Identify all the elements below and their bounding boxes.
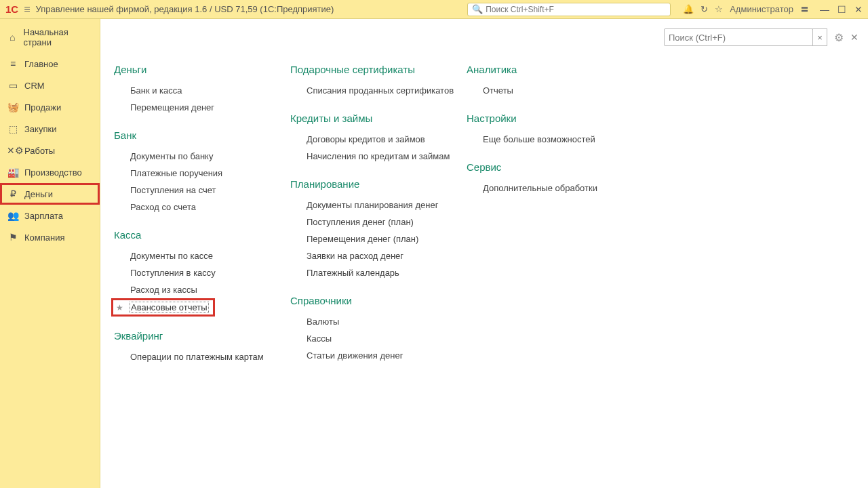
link-pay-calendar[interactable]: Платежный календарь — [290, 264, 460, 281]
maximize-icon[interactable]: ☐ — [837, 4, 846, 15]
link-payment-orders[interactable]: Платежные поручения — [114, 165, 283, 182]
search-icon: 🔍 — [472, 4, 483, 14]
link-incoming[interactable]: Поступления на счет — [114, 182, 283, 199]
link-expense-acct[interactable]: Расход со счета — [114, 199, 283, 216]
link-cashdesks[interactable]: Кассы — [290, 330, 460, 347]
hamburger-icon[interactable]: ≡ — [24, 3, 30, 16]
link-loan-contracts[interactable]: Договоры кредитов и займов — [290, 131, 460, 148]
link-bank-docs[interactable]: Документы по банку — [114, 148, 283, 165]
link-bank-kassa[interactable]: Банк и касса — [114, 82, 283, 99]
group-money-header[interactable]: Деньги — [114, 64, 283, 75]
sidebar-item-works[interactable]: ✕⚙Работы — [0, 140, 100, 161]
group-gift-header[interactable]: Подарочные сертификаты — [290, 64, 460, 75]
group-analytics-header[interactable]: Аналитика — [467, 64, 623, 75]
window-controls: — ☐ ✕ — [820, 4, 863, 15]
sidebar-item-label: Главное — [24, 59, 58, 69]
group-loans-header[interactable]: Кредиты и займы — [290, 113, 460, 124]
link-plan-docs[interactable]: Документы планирования денег — [290, 197, 460, 214]
group-cash-header[interactable]: Касса — [114, 229, 283, 241]
column-3: Аналитика Отчеты Настройки Еще больше во… — [467, 64, 623, 379]
minimize-icon[interactable]: — — [820, 4, 829, 15]
star-icon[interactable]: ☆ — [715, 4, 723, 14]
tools-icon: ✕⚙ — [7, 145, 19, 156]
main-content: × ⚙ ✕ Деньги Банк и касса Перемещения де… — [100, 19, 868, 488]
link-reports[interactable]: Отчеты — [467, 82, 623, 99]
column-1: Деньги Банк и касса Перемещения денег Ба… — [114, 64, 283, 379]
global-search-input[interactable] — [486, 5, 666, 14]
link-plan-transfer[interactable]: Перемещения денег (план) — [290, 230, 460, 247]
people-icon: 👥 — [7, 210, 19, 221]
link-money-transfer[interactable]: Перемещения денег — [114, 99, 283, 116]
box-icon: ⬚ — [7, 123, 19, 134]
factory-icon: 🏭 — [7, 167, 19, 178]
crm-icon: ▭ — [7, 80, 19, 91]
column-2: Подарочные сертификаты Списания проданны… — [290, 64, 460, 379]
gear-icon[interactable]: ⚙ — [834, 31, 844, 44]
sidebar-item-production[interactable]: 🏭Производство — [0, 161, 100, 183]
link-currencies[interactable]: Валюты — [290, 313, 460, 330]
main-top-controls: × ⚙ ✕ — [664, 28, 859, 46]
link-plan-income[interactable]: Поступления денег (план) — [290, 214, 460, 230]
sidebar-item-label: Продажи — [24, 102, 61, 113]
sidebar-item-label: Закупки — [24, 124, 56, 134]
title-controls: 🔔 ↻ ☆ Администратор 〓 — [683, 3, 809, 16]
app-title: Управление нашей фирмой, редакция 1.6 / … — [36, 4, 334, 14]
list-icon: ≡ — [7, 58, 19, 69]
link-cash-docs[interactable]: Документы по кассе — [114, 247, 283, 264]
sidebar: ⌂Начальная страни ≡Главное ▭CRM 🧺Продажи… — [0, 19, 100, 488]
group-planning-header[interactable]: Планирование — [290, 178, 460, 190]
history-icon[interactable]: ↻ — [701, 4, 708, 14]
ruble-icon: ₽ — [7, 188, 19, 199]
sidebar-item-sales[interactable]: 🧺Продажи — [0, 96, 100, 118]
sidebar-item-label: Работы — [24, 146, 55, 156]
group-service-header[interactable]: Сервис — [467, 161, 623, 173]
link-ext-processors[interactable]: Дополнительные обработки — [467, 180, 623, 197]
sidebar-item-label: Деньги — [24, 189, 53, 199]
link-cash-out[interactable]: Расход из кассы — [114, 281, 283, 298]
sidebar-item-crm[interactable]: ▭CRM — [0, 75, 100, 96]
sidebar-item-purchase[interactable]: ⬚Закупки — [0, 118, 100, 140]
group-acquiring-header[interactable]: Эквайринг — [114, 330, 283, 342]
sidebar-item-company[interactable]: ⚑Компания — [0, 226, 100, 248]
user-label[interactable]: Администратор — [730, 4, 793, 14]
search-clear-button[interactable]: × — [812, 28, 827, 46]
link-cashflow-items[interactable]: Статьи движения денег — [290, 347, 460, 364]
flag-icon: ⚑ — [7, 232, 19, 243]
bell-icon[interactable]: 🔔 — [683, 4, 694, 14]
close-icon[interactable]: ✕ — [854, 4, 863, 15]
sidebar-item-money[interactable]: ₽Деньги — [0, 183, 100, 205]
link-gift-writeoff[interactable]: Списания проданных сертификатов — [290, 82, 460, 99]
group-refs-header[interactable]: Справочники — [290, 295, 460, 306]
panel-search-input[interactable] — [669, 33, 808, 43]
link-card-ops[interactable]: Операции по платежным картам — [114, 348, 283, 365]
sidebar-item-salary[interactable]: 👥Зарплата — [0, 205, 100, 226]
link-more-options[interactable]: Еще больше возможностей — [467, 131, 623, 148]
panel-search[interactable] — [664, 28, 813, 46]
link-cash-in[interactable]: Поступления в кассу — [114, 264, 283, 281]
sidebar-item-label: CRM — [24, 81, 45, 91]
titlebar: 1С ≡ Управление нашей фирмой, редакция 1… — [0, 0, 868, 19]
basket-icon: 🧺 — [7, 102, 19, 113]
logo-1c-icon: 1С — [5, 3, 18, 15]
link-advance-reports-label: Авансовые отчеты — [130, 302, 209, 313]
link-advance-reports[interactable]: Авансовые отчеты — [111, 298, 215, 317]
link-loan-accrual[interactable]: Начисления по кредитам и займам — [290, 148, 460, 165]
link-spend-requests[interactable]: Заявки на расход денег — [290, 247, 460, 264]
sidebar-item-label: Компания — [24, 232, 65, 243]
panel-close-icon[interactable]: ✕ — [850, 32, 859, 43]
sidebar-item-main[interactable]: ≡Главное — [0, 53, 100, 75]
home-icon: ⌂ — [7, 32, 18, 43]
menu-lines-icon[interactable]: 〓 — [800, 3, 809, 16]
sidebar-item-label: Производство — [24, 167, 82, 178]
sidebar-item-home[interactable]: ⌂Начальная страни — [0, 22, 100, 53]
group-settings-header[interactable]: Настройки — [467, 113, 623, 124]
sidebar-item-label: Зарплата — [24, 211, 63, 221]
global-search[interactable]: 🔍 — [467, 3, 671, 16]
group-bank-header[interactable]: Банк — [114, 129, 283, 141]
sidebar-item-label: Начальная страни — [24, 27, 93, 47]
